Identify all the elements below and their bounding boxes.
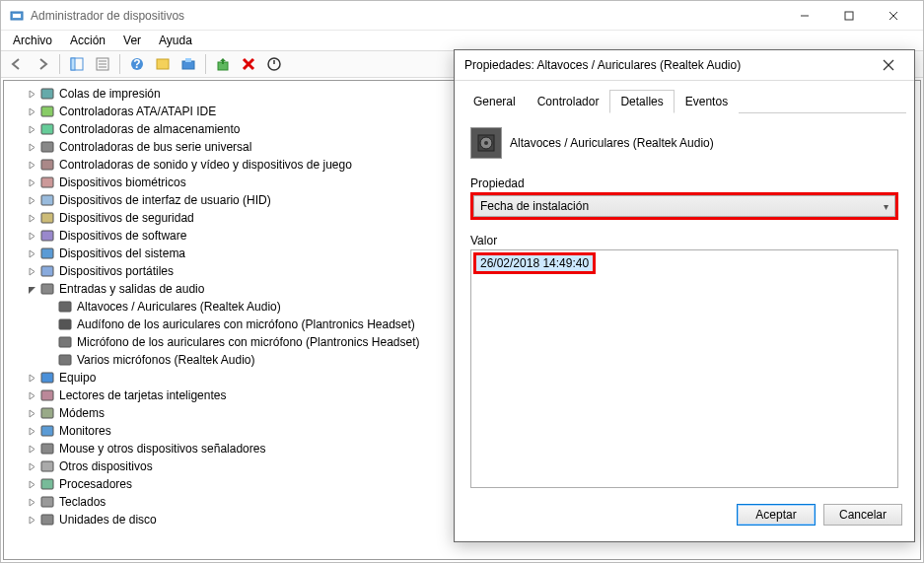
tab-driver[interactable]: Controlador: [527, 90, 610, 113]
expand-icon[interactable]: [26, 194, 37, 206]
menubar: Archivo Acción Ver Ayuda: [1, 31, 923, 50]
svg-rect-16: [185, 58, 191, 62]
property-dropdown[interactable]: Fecha de instalación ▾: [473, 195, 895, 217]
tab-general[interactable]: General: [462, 90, 527, 113]
expand-icon[interactable]: [26, 407, 37, 419]
tree-item-label: Dispositivos portátiles: [59, 264, 174, 278]
tree-item-label: Equipo: [59, 371, 96, 385]
hid-icon: [39, 192, 55, 208]
scan-hardware-button[interactable]: [177, 52, 200, 76]
value-listbox[interactable]: 26/02/2018 14:49:40: [470, 249, 898, 488]
svg-rect-40: [41, 426, 53, 436]
show-hide-tree-button[interactable]: [65, 52, 89, 76]
headset-icon: [57, 317, 73, 332]
expand-icon[interactable]: [26, 372, 37, 384]
system-icon: [39, 246, 55, 261]
expand-icon[interactable]: [26, 159, 37, 171]
forward-button[interactable]: [31, 52, 54, 76]
mouse-icon: [39, 441, 55, 457]
expand-icon[interactable]: [26, 460, 37, 472]
property-label: Propiedad: [470, 176, 898, 190]
svg-rect-38: [41, 390, 53, 400]
cpu-icon: [39, 476, 55, 492]
update-driver-button[interactable]: [211, 52, 235, 76]
svg-rect-27: [41, 195, 53, 205]
menu-file[interactable]: Archivo: [5, 32, 60, 49]
svg-rect-33: [59, 302, 71, 312]
expand-icon[interactable]: [26, 141, 37, 153]
highlight-property: Fecha de instalación ▾: [470, 192, 898, 220]
expand-icon[interactable]: [26, 123, 37, 135]
disable-button[interactable]: [262, 52, 286, 76]
minimize-button[interactable]: [782, 1, 826, 30]
expand-icon[interactable]: [26, 88, 37, 100]
tree-item-label: Entradas y salidas de audio: [59, 282, 204, 296]
value-item-selected[interactable]: 26/02/2018 14:49:40: [476, 255, 593, 271]
collapse-icon[interactable]: [26, 283, 37, 295]
svg-rect-24: [41, 142, 53, 152]
expand-icon[interactable]: [26, 389, 37, 401]
expand-icon[interactable]: [26, 247, 37, 259]
tab-details[interactable]: Detalles: [609, 90, 674, 113]
uninstall-button[interactable]: [237, 52, 260, 76]
audio-icon: [39, 281, 55, 297]
smartcard-icon: [39, 387, 55, 403]
ok-button[interactable]: Aceptar: [737, 504, 816, 526]
tab-events[interactable]: Eventos: [675, 90, 739, 113]
expand-icon[interactable]: [26, 212, 37, 224]
help-button[interactable]: ?: [125, 52, 149, 76]
usb-icon: [39, 139, 55, 155]
tree-item-label: Módems: [59, 406, 105, 420]
tree-item-label: Audífono de los auriculares con micrófon…: [77, 317, 415, 331]
svg-rect-37: [41, 373, 53, 383]
action-button[interactable]: [151, 52, 175, 76]
svg-rect-29: [41, 231, 53, 241]
svg-rect-14: [157, 59, 169, 69]
tree-item-label: Controladoras de almacenamiento: [59, 122, 240, 136]
expander-none: [43, 301, 55, 313]
tree-item-label: Controladoras de sonido y vídeo y dispos…: [59, 158, 352, 172]
tree-item-label: Monitores: [59, 424, 111, 438]
property-dropdown-value: Fecha de instalación: [480, 199, 589, 213]
expander-none: [43, 318, 55, 330]
expand-icon[interactable]: [26, 265, 37, 277]
maximize-button[interactable]: [826, 1, 871, 30]
expand-icon[interactable]: [26, 496, 37, 508]
expand-icon[interactable]: [26, 514, 37, 526]
properties-button[interactable]: [91, 52, 114, 76]
tab-content-details: Altavoces / Auriculares (Realtek Audio) …: [462, 113, 906, 496]
tree-item-label: Controladoras de bus serie universal: [59, 140, 251, 154]
expand-icon[interactable]: [26, 425, 37, 437]
menu-help[interactable]: Ayuda: [151, 32, 200, 49]
svg-rect-15: [182, 61, 194, 69]
tree-item-label: Teclados: [59, 495, 106, 509]
svg-rect-32: [41, 284, 53, 294]
device-name: Altavoces / Auriculares (Realtek Audio): [510, 136, 714, 150]
highlight-value: 26/02/2018 14:49:40: [473, 252, 596, 274]
tree-item-label: Colas de impresión: [59, 87, 161, 101]
cancel-button[interactable]: Cancelar: [823, 504, 902, 526]
expand-icon[interactable]: [26, 230, 37, 242]
menu-action[interactable]: Acción: [62, 32, 113, 49]
close-button[interactable]: [871, 1, 915, 30]
svg-rect-31: [41, 266, 53, 276]
expander-none: [43, 336, 55, 348]
expand-icon[interactable]: [26, 106, 37, 117]
expand-icon[interactable]: [26, 478, 37, 490]
properties-dialog: Propiedades: Altavoces / Auriculares (Re…: [454, 49, 915, 542]
tree-item-label: Unidades de disco: [59, 513, 157, 527]
keyboard-icon: [39, 494, 55, 510]
svg-point-50: [484, 141, 488, 145]
ide-icon: [39, 104, 55, 119]
dialog-close-button[interactable]: [873, 51, 904, 79]
svg-rect-45: [41, 515, 53, 525]
svg-rect-36: [59, 355, 71, 365]
expand-icon[interactable]: [26, 443, 37, 455]
other-icon: [39, 458, 55, 474]
expand-icon[interactable]: [26, 176, 37, 188]
software-icon: [39, 228, 55, 244]
back-button[interactable]: [5, 52, 29, 76]
tree-item-label: Altavoces / Auriculares (Realtek Audio): [77, 300, 281, 314]
tree-item-label: Dispositivos de seguridad: [59, 211, 194, 225]
menu-view[interactable]: Ver: [115, 32, 149, 49]
